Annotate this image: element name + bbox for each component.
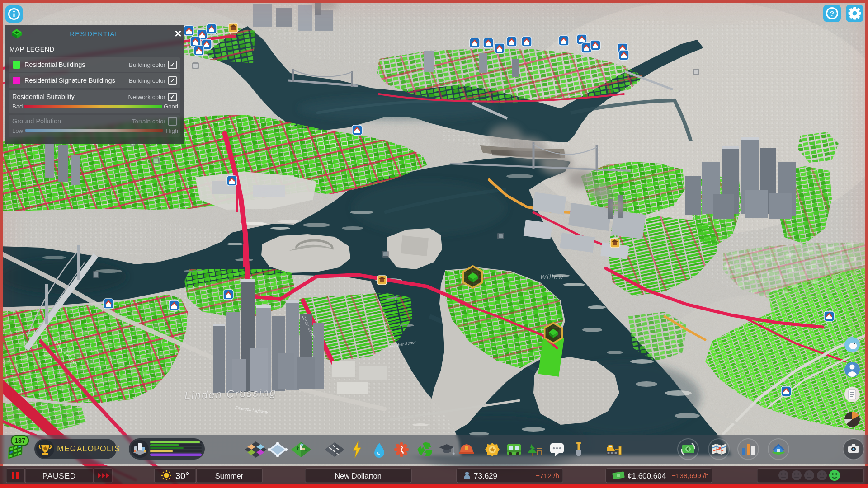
svg-text:−712 /h: −712 /h <box>536 472 559 479</box>
svg-text:30°: 30° <box>175 471 189 481</box>
svg-text:Summer: Summer <box>215 472 244 480</box>
svg-text:¢1,600,604: ¢1,600,604 <box>627 472 666 480</box>
svg-text:?: ? <box>830 9 834 17</box>
svg-text:MEGALOPOLIS: MEGALOPOLIS <box>57 444 120 453</box>
svg-text:73,629: 73,629 <box>474 472 497 480</box>
svg-text:New Dollarton: New Dollarton <box>335 472 382 480</box>
svg-text:PAUSED: PAUSED <box>42 472 76 480</box>
svg-text:¢: ¢ <box>687 446 689 452</box>
svg-text:137: 137 <box>14 437 25 444</box>
svg-text:Willow: Willow <box>540 273 564 281</box>
svg-text:−138,699 /h: −138,699 /h <box>672 472 709 479</box>
